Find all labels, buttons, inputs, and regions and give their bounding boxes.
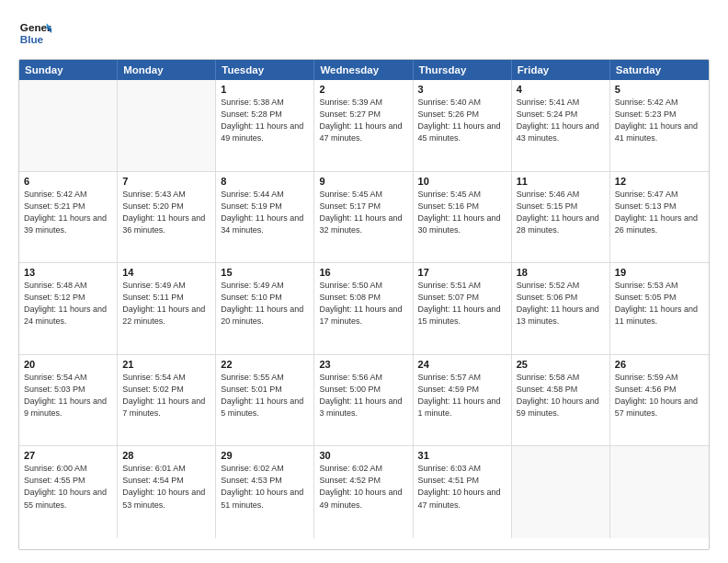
- calendar-cell: 3Sunrise: 5:40 AM Sunset: 5:26 PM Daylig…: [414, 80, 512, 171]
- day-number: 11: [517, 176, 605, 187]
- day-info: Sunrise: 6:00 AM Sunset: 4:55 PM Dayligh…: [24, 463, 112, 511]
- calendar-cell: 14Sunrise: 5:49 AM Sunset: 5:11 PM Dayli…: [118, 263, 216, 354]
- calendar: SundayMondayTuesdayWednesdayThursdayFrid…: [18, 59, 710, 550]
- weekday-header: Monday: [118, 60, 216, 80]
- calendar-cell: 25Sunrise: 5:58 AM Sunset: 4:58 PM Dayli…: [512, 355, 610, 446]
- day-info: Sunrise: 5:52 AM Sunset: 5:06 PM Dayligh…: [517, 280, 605, 327]
- day-info: Sunrise: 5:47 AM Sunset: 5:13 PM Dayligh…: [615, 189, 704, 236]
- day-info: Sunrise: 5:54 AM Sunset: 5:02 PM Dayligh…: [122, 372, 210, 419]
- calendar-cell: 5Sunrise: 5:42 AM Sunset: 5:23 PM Daylig…: [610, 80, 709, 171]
- day-number: 21: [122, 359, 210, 370]
- day-number: 5: [615, 84, 704, 95]
- day-info: Sunrise: 5:50 AM Sunset: 5:08 PM Dayligh…: [319, 280, 407, 327]
- day-number: 6: [24, 176, 112, 187]
- day-number: 18: [517, 267, 605, 278]
- day-info: Sunrise: 5:53 AM Sunset: 5:05 PM Dayligh…: [615, 280, 704, 327]
- calendar-cell: 1Sunrise: 5:38 AM Sunset: 5:28 PM Daylig…: [216, 80, 314, 171]
- calendar-cell: 28Sunrise: 6:01 AM Sunset: 4:54 PM Dayli…: [118, 446, 216, 538]
- day-info: Sunrise: 5:54 AM Sunset: 5:03 PM Dayligh…: [24, 372, 112, 419]
- day-number: 24: [418, 359, 506, 370]
- header: General Blue: [18, 17, 710, 50]
- day-info: Sunrise: 5:42 AM Sunset: 5:21 PM Dayligh…: [24, 189, 112, 236]
- calendar-cell: 29Sunrise: 6:02 AM Sunset: 4:53 PM Dayli…: [216, 446, 314, 538]
- calendar-row: 1Sunrise: 5:38 AM Sunset: 5:28 PM Daylig…: [19, 80, 709, 172]
- calendar-cell: 17Sunrise: 5:51 AM Sunset: 5:07 PM Dayli…: [414, 263, 512, 354]
- day-info: Sunrise: 6:03 AM Sunset: 4:51 PM Dayligh…: [418, 463, 506, 511]
- svg-text:Blue: Blue: [20, 33, 44, 45]
- day-info: Sunrise: 5:49 AM Sunset: 5:11 PM Dayligh…: [122, 280, 210, 327]
- calendar-cell: 4Sunrise: 5:41 AM Sunset: 5:24 PM Daylig…: [512, 80, 610, 171]
- day-number: 4: [517, 84, 605, 95]
- calendar-cell: [118, 80, 216, 171]
- day-info: Sunrise: 6:02 AM Sunset: 4:52 PM Dayligh…: [319, 463, 407, 511]
- calendar-cell: 19Sunrise: 5:53 AM Sunset: 5:05 PM Dayli…: [610, 263, 709, 354]
- calendar-cell: 7Sunrise: 5:43 AM Sunset: 5:20 PM Daylig…: [118, 172, 216, 263]
- day-number: 10: [418, 176, 506, 187]
- calendar-body: 1Sunrise: 5:38 AM Sunset: 5:28 PM Daylig…: [19, 80, 709, 538]
- calendar-cell: 12Sunrise: 5:47 AM Sunset: 5:13 PM Dayli…: [610, 172, 709, 263]
- day-number: 23: [319, 359, 407, 370]
- calendar-row: 6Sunrise: 5:42 AM Sunset: 5:21 PM Daylig…: [19, 172, 709, 264]
- day-info: Sunrise: 5:45 AM Sunset: 5:16 PM Dayligh…: [418, 189, 506, 236]
- day-number: 17: [418, 267, 506, 278]
- day-number: 30: [319, 450, 407, 461]
- calendar-cell: 9Sunrise: 5:45 AM Sunset: 5:17 PM Daylig…: [314, 172, 413, 263]
- day-number: 19: [615, 267, 704, 278]
- weekday-header: Tuesday: [216, 60, 314, 80]
- weekday-header: Thursday: [414, 60, 512, 80]
- calendar-cell: [610, 446, 709, 538]
- day-number: 22: [221, 359, 309, 370]
- weekday-header: Saturday: [610, 60, 709, 80]
- calendar-cell: 2Sunrise: 5:39 AM Sunset: 5:27 PM Daylig…: [314, 80, 413, 171]
- day-info: Sunrise: 6:02 AM Sunset: 4:53 PM Dayligh…: [221, 463, 309, 511]
- day-number: 16: [319, 267, 407, 278]
- day-info: Sunrise: 5:59 AM Sunset: 4:56 PM Dayligh…: [615, 372, 704, 419]
- calendar-cell: 16Sunrise: 5:50 AM Sunset: 5:08 PM Dayli…: [314, 263, 413, 354]
- calendar-cell: 21Sunrise: 5:54 AM Sunset: 5:02 PM Dayli…: [118, 355, 216, 446]
- calendar-cell: 23Sunrise: 5:56 AM Sunset: 5:00 PM Dayli…: [314, 355, 413, 446]
- day-number: 28: [122, 450, 210, 461]
- day-info: Sunrise: 5:38 AM Sunset: 5:28 PM Dayligh…: [221, 97, 309, 144]
- day-number: 13: [24, 267, 112, 278]
- calendar-cell: 24Sunrise: 5:57 AM Sunset: 4:59 PM Dayli…: [414, 355, 512, 446]
- calendar-row: 13Sunrise: 5:48 AM Sunset: 5:12 PM Dayli…: [19, 263, 709, 355]
- day-number: 7: [122, 176, 210, 187]
- day-number: 9: [319, 176, 407, 187]
- calendar-cell: 11Sunrise: 5:46 AM Sunset: 5:15 PM Dayli…: [512, 172, 610, 263]
- calendar-cell: [512, 446, 610, 538]
- day-number: 8: [221, 176, 309, 187]
- calendar-cell: 22Sunrise: 5:55 AM Sunset: 5:01 PM Dayli…: [216, 355, 314, 446]
- day-info: Sunrise: 5:39 AM Sunset: 5:27 PM Dayligh…: [319, 97, 407, 144]
- day-info: Sunrise: 5:56 AM Sunset: 5:00 PM Dayligh…: [319, 372, 407, 419]
- day-number: 3: [418, 84, 506, 95]
- day-number: 15: [221, 267, 309, 278]
- day-number: 14: [122, 267, 210, 278]
- day-info: Sunrise: 5:43 AM Sunset: 5:20 PM Dayligh…: [122, 189, 210, 236]
- logo-icon: General Blue: [18, 17, 51, 50]
- day-number: 12: [615, 176, 704, 187]
- calendar-cell: 10Sunrise: 5:45 AM Sunset: 5:16 PM Dayli…: [414, 172, 512, 263]
- day-number: 31: [418, 450, 506, 461]
- day-info: Sunrise: 5:51 AM Sunset: 5:07 PM Dayligh…: [418, 280, 506, 327]
- calendar-cell: 13Sunrise: 5:48 AM Sunset: 5:12 PM Dayli…: [19, 263, 118, 354]
- day-info: Sunrise: 5:55 AM Sunset: 5:01 PM Dayligh…: [221, 372, 309, 419]
- day-info: Sunrise: 5:45 AM Sunset: 5:17 PM Dayligh…: [319, 189, 407, 236]
- calendar-cell: 26Sunrise: 5:59 AM Sunset: 4:56 PM Dayli…: [610, 355, 709, 446]
- day-number: 26: [615, 359, 704, 370]
- calendar-cell: 8Sunrise: 5:44 AM Sunset: 5:19 PM Daylig…: [216, 172, 314, 263]
- day-number: 25: [517, 359, 605, 370]
- day-info: Sunrise: 6:01 AM Sunset: 4:54 PM Dayligh…: [122, 463, 210, 511]
- day-number: 1: [221, 84, 309, 95]
- calendar-cell: 27Sunrise: 6:00 AM Sunset: 4:55 PM Dayli…: [19, 446, 118, 538]
- day-info: Sunrise: 5:41 AM Sunset: 5:24 PM Dayligh…: [517, 97, 605, 144]
- calendar-cell: 31Sunrise: 6:03 AM Sunset: 4:51 PM Dayli…: [414, 446, 512, 538]
- day-number: 29: [221, 450, 309, 461]
- calendar-row: 27Sunrise: 6:00 AM Sunset: 4:55 PM Dayli…: [19, 446, 709, 538]
- weekday-header: Sunday: [19, 60, 118, 80]
- calendar-row: 20Sunrise: 5:54 AM Sunset: 5:03 PM Dayli…: [19, 355, 709, 447]
- logo: General Blue: [18, 17, 51, 50]
- day-info: Sunrise: 5:48 AM Sunset: 5:12 PM Dayligh…: [24, 280, 112, 327]
- day-info: Sunrise: 5:42 AM Sunset: 5:23 PM Dayligh…: [615, 97, 704, 144]
- calendar-header: SundayMondayTuesdayWednesdayThursdayFrid…: [19, 60, 709, 80]
- calendar-cell: [19, 80, 118, 171]
